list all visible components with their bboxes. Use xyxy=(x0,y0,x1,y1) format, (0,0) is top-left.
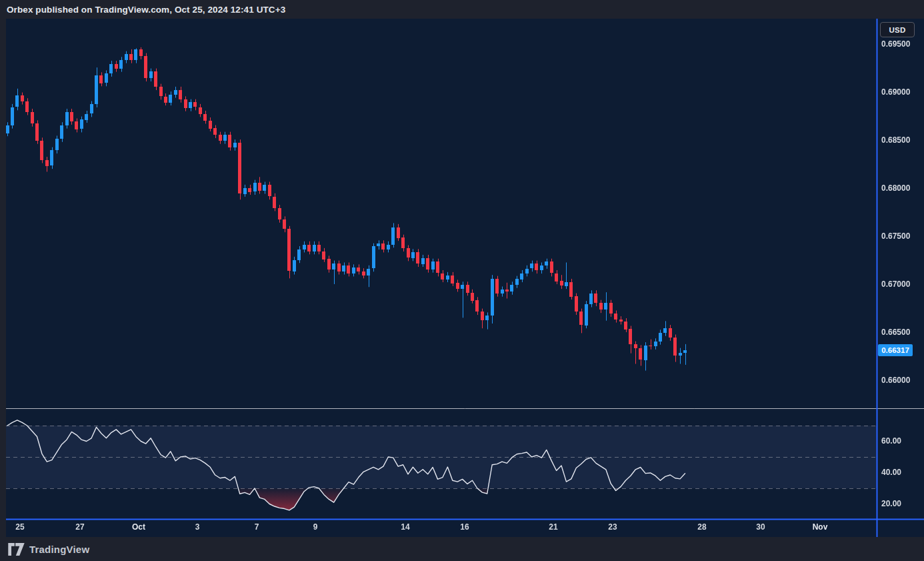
time-scale-label: Oct xyxy=(132,522,145,532)
footer-bar: TradingView xyxy=(0,537,924,561)
price-scale-label: 0.66500 xyxy=(881,328,910,337)
time-scale-label: 3 xyxy=(195,522,200,532)
price-scale-label: 0.68500 xyxy=(881,135,910,145)
currency-toggle-button[interactable]: USD xyxy=(880,22,915,37)
last-price-badge: 0.66317 xyxy=(878,344,913,356)
time-scale-label: 25 xyxy=(15,522,24,532)
attribution-text: Orbex published on TradingView.com, Oct … xyxy=(7,3,285,17)
time-scale-label: 30 xyxy=(756,522,765,532)
rsi-scale-label: 60.00 xyxy=(881,436,901,446)
price-scale-label: 0.69000 xyxy=(881,87,910,97)
time-scale-label: 7 xyxy=(255,522,259,532)
tradingview-logo-text: TradingView xyxy=(29,544,89,555)
time-scale-label: Nov xyxy=(813,522,828,532)
price-chart-canvas[interactable] xyxy=(6,19,924,537)
time-scale-label: 16 xyxy=(460,522,469,532)
chart-region[interactable]: 0.695000.690000.685000.680000.675000.670… xyxy=(6,19,924,537)
price-scale-label: 0.69500 xyxy=(881,39,910,49)
price-scale-label: 0.67000 xyxy=(881,279,910,289)
rsi-scale-label: 20.00 xyxy=(881,499,901,508)
tradingview-logo: TradingView xyxy=(8,543,89,556)
time-scale-label: 9 xyxy=(313,522,318,532)
price-scale-label: 0.67500 xyxy=(881,231,910,241)
time-scale-label: 23 xyxy=(608,522,617,532)
time-scale-label: 21 xyxy=(549,522,557,532)
price-scale-label: 0.68000 xyxy=(881,183,910,193)
price-scale-label: 0.66000 xyxy=(881,376,910,385)
time-scale-label: 27 xyxy=(75,522,84,532)
time-scale-label: 14 xyxy=(401,522,409,532)
time-scale-label: 28 xyxy=(697,522,706,532)
rsi-scale-label: 40.00 xyxy=(881,468,901,477)
tradingview-logo-icon xyxy=(8,543,25,556)
tradingview-snapshot: Orbex published on TradingView.com, Oct … xyxy=(0,0,924,561)
